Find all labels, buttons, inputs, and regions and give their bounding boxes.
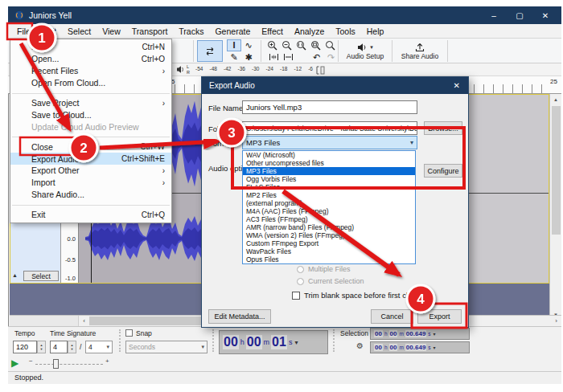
loop-button[interactable] bbox=[197, 40, 223, 62]
share-audio-button[interactable]: Share Audio bbox=[395, 39, 445, 63]
menu-item-tools[interactable]: Tools bbox=[330, 24, 361, 39]
caret-down-icon[interactable]: ▾ bbox=[294, 339, 298, 346]
edit-metadata-button[interactable]: Edit Metadata... bbox=[208, 309, 271, 324]
time-signature-slash: / bbox=[80, 343, 81, 351]
file-menu-item-export-audio[interactable]: Export Audio...Ctrl+Shift+E bbox=[10, 153, 171, 165]
dialog-close-icon[interactable]: ✕ bbox=[454, 81, 460, 90]
menu-item-generate[interactable]: Generate bbox=[209, 24, 256, 39]
format-combobox[interactable]: MP3 Files ▾ bbox=[242, 136, 417, 149]
tempo-input[interactable]: 120 bbox=[13, 341, 37, 353]
menu-item-tracks[interactable]: Tracks bbox=[173, 24, 209, 39]
menu-item-effect[interactable]: Effect bbox=[256, 24, 289, 39]
redo-button[interactable]: ↷ bbox=[324, 51, 338, 63]
format-option-amr-narrow-band-files-ffmpeg[interactable]: AMR (narrow band) Files (FFmpeg) bbox=[243, 223, 415, 231]
menu-item-view[interactable]: View bbox=[97, 24, 126, 39]
menu-item-label: Share Audio... bbox=[31, 190, 84, 199]
audio-setup-button[interactable]: ▾ Audio Setup bbox=[341, 39, 389, 63]
trim-blank-space-checkbox[interactable]: Trim blank space before first clip bbox=[292, 291, 413, 300]
close-button[interactable]: ✕ bbox=[532, 6, 558, 24]
format-label: Format: bbox=[208, 139, 235, 148]
maximize-button[interactable]: ▢ bbox=[507, 6, 532, 24]
file-menu-item-close[interactable]: CloseCtrl+W bbox=[10, 141, 171, 153]
slider-thumb[interactable] bbox=[53, 359, 59, 369]
export-button[interactable]: Export bbox=[417, 309, 462, 324]
minimize-button[interactable]: – bbox=[481, 6, 507, 24]
draw-tool-button[interactable]: ✎ bbox=[227, 51, 241, 63]
trim-audio-button[interactable] bbox=[267, 51, 281, 63]
file-menu-item-save-to-cloud[interactable]: Save to Cloud... bbox=[10, 108, 171, 120]
format-option-mp2-files[interactable]: MP2 Files bbox=[243, 191, 415, 199]
track-select-button[interactable]: Select bbox=[23, 271, 59, 281]
audio-position-display[interactable]: 00h 00m 01s ▾ bbox=[219, 330, 328, 354]
multi-tool-button[interactable]: ✱ bbox=[241, 51, 256, 63]
format-option-wma-version-2-files-ffmpeg[interactable]: WMA (version 2) Files (FFmpeg) bbox=[243, 231, 415, 239]
menu-item-label: Export Audio... bbox=[31, 154, 86, 164]
playback-speed-slider[interactable]: − + bbox=[29, 359, 109, 369]
silence-audio-button[interactable] bbox=[282, 51, 295, 63]
fit-selection-button[interactable] bbox=[294, 39, 308, 51]
menu-item-edit[interactable]: Edit bbox=[36, 24, 62, 39]
scroll-left-icon[interactable]: ‹ bbox=[79, 316, 89, 326]
toolbar-grip[interactable] bbox=[212, 329, 214, 352]
menu-item-help[interactable]: Help bbox=[361, 24, 390, 39]
menu-item-analyze[interactable]: Analyze bbox=[289, 24, 330, 39]
file-menu-item-save-project[interactable]: Save Project› bbox=[10, 97, 171, 109]
format-option-ogg-vorbis-files[interactable]: Ogg Vorbis Files bbox=[243, 175, 415, 183]
toolbar-grip[interactable] bbox=[119, 329, 121, 352]
track-collapse-icon[interactable]: ▲ bbox=[12, 272, 18, 278]
configure-button[interactable]: Configure bbox=[424, 164, 462, 178]
zoom-in-button[interactable] bbox=[265, 39, 279, 51]
menu-item-label: Update Cloud Audio Preview bbox=[31, 122, 139, 132]
vertical-scrollbar[interactable]: ▲ ▼ bbox=[549, 94, 561, 320]
envelope-tool-button[interactable]: ∿ bbox=[241, 39, 256, 51]
file-menu-item-open[interactable]: Open...Ctrl+O bbox=[10, 53, 171, 65]
file-menu-item-new[interactable]: NewCtrl+N bbox=[10, 41, 171, 53]
selection-start-display[interactable]: 00h 00m 00.649s ▾ bbox=[370, 328, 470, 340]
time-signature-label: Time Signature bbox=[50, 329, 96, 337]
format-option-m4a-aac-files-ffmpeg[interactable]: M4A (AAC) Files (FFmpeg) bbox=[243, 207, 415, 215]
selection-end-display[interactable]: 00h 00m 00.649s ▾ bbox=[370, 341, 470, 353]
file-name-input[interactable]: Juniors Yell.mp3 bbox=[242, 100, 417, 114]
vertical-scroll-thumb[interactable] bbox=[552, 106, 561, 235]
file-menu-item-exit[interactable]: ExitCtrl+Q bbox=[10, 209, 171, 221]
caret-down-icon[interactable]: ▾ bbox=[434, 345, 436, 350]
meter-tick-label: -24 bbox=[266, 66, 273, 71]
undo-button[interactable]: ↶ bbox=[310, 51, 323, 63]
scroll-up-icon[interactable]: ▲ bbox=[553, 94, 558, 104]
toolbar-grip[interactable] bbox=[333, 329, 335, 352]
selection-settings-gear-icon[interactable]: ⚙ bbox=[356, 341, 364, 350]
file-menu-item-recent-files[interactable]: Recent Files› bbox=[10, 65, 171, 77]
format-option-custom-ffmpeg-export[interactable]: Custom FFmpeg Export bbox=[243, 239, 415, 247]
fit-project-button[interactable] bbox=[309, 39, 323, 51]
scroll-right-icon[interactable]: › bbox=[551, 316, 561, 326]
format-option-external-program[interactable]: (external program) bbox=[243, 199, 415, 207]
caret-down-icon[interactable]: ▾ bbox=[434, 331, 436, 337]
browse-button[interactable]: Browse... bbox=[424, 121, 462, 135]
zoom-toggle-button[interactable] bbox=[323, 39, 337, 51]
menu-item-transport[interactable]: Transport bbox=[126, 24, 174, 39]
file-menu-item-export-other[interactable]: Export Other› bbox=[10, 165, 171, 177]
format-option-ac3-files-ffmpeg[interactable]: AC3 Files (FFmpeg) bbox=[243, 215, 415, 223]
meter-slider-icon[interactable] bbox=[316, 66, 326, 75]
time-signature-denominator-select[interactable]: 4▾ bbox=[85, 341, 113, 353]
selection-tool-button[interactable]: I bbox=[227, 39, 241, 51]
time-signature-spinner[interactable]: ▲▼ bbox=[68, 341, 76, 353]
menu-item-file[interactable]: File bbox=[11, 24, 36, 39]
menu-item-select[interactable]: Select bbox=[62, 24, 97, 39]
format-option-flac-files[interactable]: FLAC Files bbox=[243, 183, 415, 191]
time-signature-numerator-input[interactable]: 4 bbox=[50, 341, 68, 353]
tempo-spinner[interactable]: ▲▼ bbox=[37, 341, 46, 353]
format-option-wavpack-files[interactable]: WavPack Files bbox=[243, 247, 415, 255]
cancel-button[interactable]: Cancel bbox=[371, 309, 413, 324]
format-option-opus-files[interactable]: Opus Files bbox=[243, 255, 415, 263]
file-menu-item-open-from-cloud[interactable]: Open From Cloud... bbox=[10, 77, 171, 89]
file-menu-item-import[interactable]: Import› bbox=[10, 177, 171, 189]
format-option-other-uncompressed-files[interactable]: Other uncompressed files bbox=[243, 159, 415, 167]
file-menu-item-share-audio[interactable]: Share Audio... bbox=[10, 189, 171, 201]
format-option-mp3-files[interactable]: MP3 Files bbox=[243, 167, 415, 175]
play-at-speed-icon[interactable]: ▶ bbox=[11, 357, 18, 369]
folder-input[interactable]: C:\Users\Jay Feria\OneDrive - Tarlac Sta… bbox=[242, 121, 417, 135]
snap-checkbox[interactable] bbox=[125, 329, 133, 337]
zoom-out-button[interactable] bbox=[280, 39, 294, 51]
format-option-wav-microsoft[interactable]: WAV (Microsoft) bbox=[243, 151, 415, 159]
